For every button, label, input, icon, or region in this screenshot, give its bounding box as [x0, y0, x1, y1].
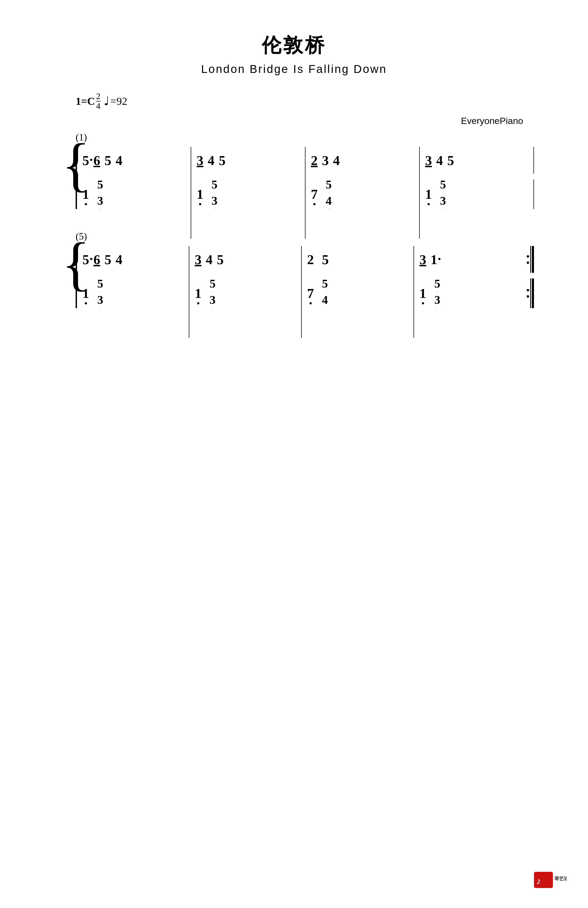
bass-row-2: 1 5 · 3 · [76, 279, 534, 308]
measure-1-treble: 5· 6 5 4 [76, 147, 191, 174]
s2-measure-4-treble: 3 1· [414, 246, 534, 273]
measure-1-bass: 1 5 · 3 · [76, 179, 191, 209]
s2-note-4: 4 [116, 252, 122, 267]
s2-bass-1b: 1 [195, 285, 201, 301]
bass-1c: 1 [425, 186, 432, 202]
repeat-dots-treble [527, 255, 529, 264]
section-label-1: (1) [76, 132, 534, 143]
note-4: 4 [116, 153, 122, 168]
s2-bass-7: 7 [307, 285, 314, 301]
chord-bot-3: 3 [97, 195, 103, 208]
repeat-dots-bass [527, 289, 529, 298]
chord-bot-dot: · [100, 208, 100, 210]
s2-chord-bot-3b: 3 [209, 294, 216, 306]
bass-1b: 1 [197, 186, 203, 202]
chord-bot-3d: 3 [440, 195, 446, 208]
s2-note-4b: 4 [206, 252, 213, 267]
quarter-note-icon: ♩ [104, 94, 110, 108]
note-4c: 4 [333, 153, 340, 168]
treble-row-2: 5· 6 5 4 3 4 5 [76, 246, 534, 273]
measure-4-treble: 3 4 5 [420, 147, 533, 174]
time-bottom: 4 [96, 101, 100, 110]
s2-measure-1-treble: 5· 6 5 4 [76, 246, 189, 273]
section-label-2: (5) [76, 231, 534, 242]
s2-chord-mid-dot-d: · [437, 291, 438, 293]
repeat-dot-bot-bass [527, 295, 529, 298]
bass-row-1: 1 5 · 3 · [76, 179, 534, 209]
chord-top-5d: 5 [440, 178, 446, 191]
note-4b: 4 [208, 153, 214, 168]
chord-mid-dot-c: · [329, 192, 329, 194]
chord-top-5b: 5 [211, 178, 217, 191]
s2-chord-53-4: 5 · 3 · [434, 277, 440, 309]
s2-note-5dot: 5· [82, 252, 89, 267]
chord-mid-dot-d: · [443, 192, 443, 194]
s2-note-5b: 5 [217, 252, 224, 267]
s2-chord-bot-dot: · [100, 307, 100, 309]
staff-gap-2 [76, 273, 534, 279]
below-dot-1 [85, 203, 87, 205]
system-1: (1) { 5· 6 5 4 [76, 132, 534, 209]
page: 伦敦桥 London Bridge Is Falling Down 1=C 2 … [0, 0, 588, 908]
s2-chord-54: 5 · 4 · [322, 277, 328, 309]
s2-measure-2-treble: 3 4 5 [189, 246, 301, 273]
bass-7: 7 [311, 186, 317, 202]
time-signature: 2 4 [96, 92, 100, 110]
s2-measure-4-bass: 1 5 · 3 · [414, 279, 534, 308]
s2-note-5: 5 [105, 252, 111, 267]
s2-chord-bot-3: 3 [97, 294, 103, 306]
chord-53-4: 5 · 3 · [440, 178, 446, 210]
repeat-dot-bot-treble [527, 261, 529, 264]
s2-chord-top-5c: 5 [322, 277, 328, 290]
chord-54: 5 · 4 · [326, 178, 332, 210]
barline-end-1 [533, 147, 534, 174]
title-section: 伦敦桥 London Bridge Is Falling Down [54, 32, 534, 76]
s2-measure-1-bass: 1 5 · 3 · [76, 279, 189, 308]
svg-text:♪: ♪ [536, 875, 541, 886]
s2-chord-53-1: 5 · 3 · [97, 277, 103, 309]
note-2u: 2 [311, 153, 317, 168]
meta-line: 1=C 2 4 ♩=92 [76, 92, 534, 110]
note-5c: 5 [447, 153, 454, 168]
chord-top-5: 5 [97, 178, 103, 191]
bass-note-7: 7 [311, 187, 317, 202]
s2-chord-mid-dot: · [100, 291, 100, 293]
bass-1: 1 [82, 186, 89, 202]
note-5b: 5 [219, 153, 226, 168]
measure-3-bass: 7 5 · 4 · [306, 179, 419, 209]
s2-below-dot-1 [85, 302, 87, 304]
s2-chord-top-5: 5 [97, 277, 103, 290]
s2-chord-bot-dot-b: · [212, 307, 213, 309]
s2-measure-3-bass: 7 5 · 4 · [302, 279, 414, 308]
s2-measure-2-bass: 1 5 · 3 · [189, 279, 301, 308]
s2-bass-1: 1 [82, 285, 89, 301]
bass-barline-end-1 [533, 179, 534, 209]
s2-chord-bot-3d: 3 [434, 294, 440, 306]
chord-mid-dot: · [100, 192, 100, 194]
s2-below-dot-1c [422, 302, 424, 304]
bass-note-1: 1 [82, 187, 89, 202]
note-5dot: 5· [82, 153, 89, 168]
note-4d: 4 [436, 153, 443, 168]
treble-row-1: 5· 6 5 4 3 4 5 [76, 147, 534, 174]
system-2: (5) { 5· 6 5 4 [76, 231, 534, 308]
s2-bass-note-1: 1 [82, 286, 89, 301]
time-top: 2 [96, 92, 100, 101]
s2-note-3u2: 3 [419, 252, 426, 267]
below-dot-7 [313, 203, 316, 205]
s2-bass-1c: 1 [419, 285, 426, 301]
repeat-thick-bass [532, 279, 534, 308]
s2-note-5c: 5 [322, 252, 329, 267]
below-dot-1b [199, 203, 201, 205]
s2-note-3u: 3 [195, 252, 201, 267]
key-signature: 1=C [76, 95, 95, 108]
s2-measure-3-treble: 2 5 [302, 246, 414, 273]
chord-bot-3b: 3 [211, 195, 217, 208]
title-chinese: 伦敦桥 [54, 32, 534, 58]
note-6u: 6 [93, 153, 100, 168]
title-english: London Bridge Is Falling Down [54, 63, 534, 76]
chord-53-2: 5 · 3 · [211, 178, 217, 210]
s2-bass-note-7: 7 [307, 286, 314, 301]
note-5: 5 [105, 153, 111, 168]
measure-4-bass: 1 5 · 3 · [420, 179, 533, 209]
